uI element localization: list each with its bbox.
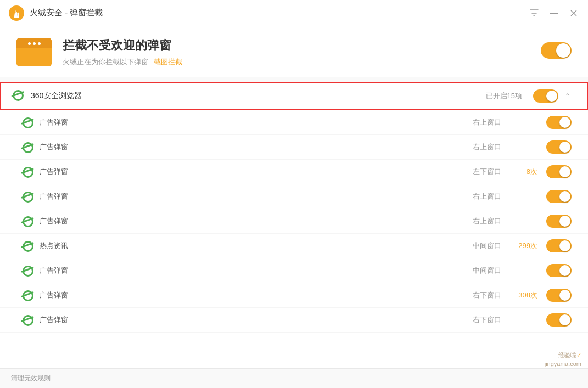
title-bar: 火绒安全 - 弹窗拦截: [0, 0, 588, 26]
item-count: 308次: [510, 290, 537, 300]
browser-group-toggle[interactable]: [533, 89, 558, 103]
item-count: 8次: [510, 167, 537, 177]
item-position: 中间窗口: [457, 241, 501, 251]
header-icon-body: [16, 49, 52, 66]
item-toggle[interactable]: [546, 215, 572, 228]
footer-bar: 清理无效规则: [0, 368, 588, 388]
item-browser-icon: [22, 191, 33, 202]
close-button[interactable]: [568, 8, 579, 19]
item-name: 广告弹窗: [40, 117, 457, 127]
list-item: 广告弹窗 右下窗口 308次: [0, 283, 588, 308]
header-icon: [16, 38, 52, 66]
item-browser-icon: [22, 290, 33, 301]
item-browser-icon: [22, 142, 33, 153]
item-position: 右上窗口: [457, 142, 501, 152]
item-position: 右下窗口: [457, 315, 501, 325]
header-section: 拦截不受欢迎的弹窗 火绒正在为你拦截以下弹窗 截图拦截: [0, 26, 588, 77]
item-browser-icon: [22, 117, 33, 128]
item-browser-icon: [22, 216, 33, 227]
item-position: 右上窗口: [457, 117, 501, 127]
list-item: 广告弹窗 右上窗口: [0, 110, 588, 135]
header-subtitle-text: 火绒正在为你拦截以下弹窗: [63, 58, 148, 66]
list-item: 广告弹窗 右上窗口: [0, 184, 588, 209]
item-name: 广告弹窗: [40, 266, 457, 275]
chevron-up-icon[interactable]: ⌃: [565, 92, 570, 100]
item-name: 广告弹窗: [40, 192, 457, 201]
list-item: 广告弹窗 右上窗口: [0, 209, 588, 234]
item-browser-icon: [22, 166, 33, 177]
item-toggle[interactable]: [546, 313, 572, 327]
item-position: 右上窗口: [457, 216, 501, 226]
item-toggle[interactable]: [546, 140, 572, 154]
item-name: 热点资讯: [40, 241, 457, 251]
screenshot-intercept-link[interactable]: 截图拦截: [154, 58, 182, 66]
filter-icon[interactable]: [529, 8, 540, 19]
item-toggle[interactable]: [546, 264, 572, 277]
header-subtitle: 火绒正在为你拦截以下弹窗 截图拦截: [63, 57, 572, 67]
title-bar-controls: [529, 8, 579, 19]
browser-group-header[interactable]: 360安全浏览器 已开启15项 ⌃: [0, 82, 588, 110]
item-toggle[interactable]: [546, 116, 572, 129]
dot3: [38, 42, 41, 45]
item-toggle[interactable]: [546, 190, 572, 203]
dot2: [33, 42, 36, 45]
item-name: 广告弹窗: [40, 216, 457, 226]
item-toggle[interactable]: [546, 289, 572, 302]
item-name: 广告弹窗: [40, 167, 457, 177]
svg-rect-1: [550, 13, 558, 14]
list-item: 热点资讯 中间窗口 299次: [0, 234, 588, 258]
list-area: 360安全浏览器 已开启15项 ⌃ 广告弹窗 右上窗口: [0, 82, 588, 368]
list-items-container: 广告弹窗 右上窗口 广告弹窗 右上窗口 广告弹窗: [0, 110, 588, 333]
list-item: 广告弹窗 右上窗口: [0, 135, 588, 160]
item-browser-icon: [22, 240, 33, 251]
list-item: 广告弹窗 中间窗口: [0, 258, 588, 283]
dot1: [28, 42, 31, 45]
header-icon-dots: [16, 38, 52, 48]
main-content: 拦截不受欢迎的弹窗 火绒正在为你拦截以下弹窗 截图拦截 360安全浏览器 已开启…: [0, 26, 588, 388]
item-toggle[interactable]: [546, 165, 572, 178]
header-title: 拦截不受欢迎的弹窗: [63, 37, 572, 54]
item-position: 左下窗口: [457, 167, 501, 177]
item-browser-icon: [22, 265, 33, 276]
list-item: 广告弹窗 右下窗口: [0, 308, 588, 333]
item-position: 右上窗口: [457, 192, 501, 201]
item-browser-icon: [22, 314, 33, 325]
item-name: 广告弹窗: [40, 142, 457, 152]
item-name: 广告弹窗: [40, 290, 457, 300]
list-item: 广告弹窗 左下窗口 8次: [0, 160, 588, 184]
clear-rules-link[interactable]: 清理无效规则: [11, 374, 51, 383]
item-name: 广告弹窗: [40, 315, 457, 325]
header-toggle-area: [541, 42, 572, 61]
browser-status: 已开启15项: [486, 91, 522, 101]
title-bar-text: 火绒安全 - 弹窗拦截: [30, 8, 103, 18]
header-text-block: 拦截不受欢迎的弹窗 火绒正在为你拦截以下弹窗 截图拦截: [63, 37, 572, 67]
app-logo: [9, 5, 24, 21]
main-toggle[interactable]: [541, 42, 572, 59]
item-position: 右下窗口: [457, 290, 501, 300]
item-toggle[interactable]: [546, 239, 572, 252]
minimize-button[interactable]: [548, 8, 559, 19]
item-count: 299次: [510, 241, 537, 251]
item-position: 中间窗口: [457, 266, 501, 275]
browser-name: 360安全浏览器: [31, 91, 486, 101]
browser-icon: [12, 89, 25, 103]
